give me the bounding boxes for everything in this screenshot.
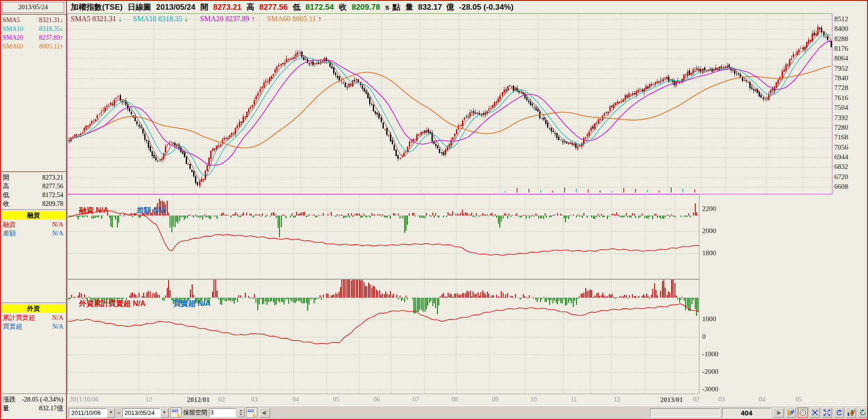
x-axis-label: 2012/01 — [187, 396, 210, 404]
y-axis-label: 8176 — [834, 45, 848, 53]
period-label: 日線圖 — [127, 3, 151, 12]
undo-button[interactable] — [834, 408, 844, 418]
x-axis-label: 11 — [571, 396, 577, 403]
y-axis-label: 7952 — [834, 65, 848, 72]
sma20-label: SMA20 — [3, 33, 23, 42]
legend-sma20: SMA20 8237.89 ↑ — [200, 15, 255, 23]
flag: s — [385, 3, 389, 12]
margin-banner: 融資 — [2, 211, 65, 219]
y-axis-label: 1000 — [702, 315, 716, 323]
volume-value: 832.17 — [418, 3, 442, 12]
up-arrow-icon: ↑ — [60, 43, 63, 50]
y-axis-label: 1800 — [702, 249, 716, 257]
chevron-down-icon[interactable]: ▼ — [107, 408, 115, 418]
volume-row: 量832.17億 — [1, 404, 66, 413]
y-axis-label: 7504 — [834, 104, 848, 112]
x-axis-label: 03 — [251, 396, 258, 403]
compress-arrows-icon — [811, 409, 819, 416]
header-date: 2013/05/24 — [156, 3, 195, 12]
low-row: 低8172.54 — [1, 191, 66, 199]
close-value: 8209.78 — [352, 3, 380, 12]
foreign-canvas[interactable] — [68, 280, 699, 394]
foreign-net-row: 買賣超 N/A — [1, 322, 66, 331]
x-axis-label: 2013/01 — [660, 396, 683, 404]
chart-w-icon — [787, 409, 795, 416]
low-label: 低 — [293, 3, 301, 12]
zoom-out-button[interactable] — [822, 408, 832, 418]
y-axis-label: -3000 — [702, 385, 718, 393]
y-axis-label: 8400 — [834, 25, 848, 33]
x-axis-label: 05 — [795, 396, 802, 403]
x-axis-label: 12 — [613, 396, 620, 403]
down-arrow-icon: ↓ — [184, 15, 188, 23]
clock-icon — [799, 409, 807, 416]
bar-chart-check-icon — [847, 409, 855, 416]
scroll-right-button[interactable]: > — [773, 408, 784, 418]
scroll-left-button[interactable]: < — [259, 408, 270, 418]
keep-space-input[interactable]: 3 — [209, 408, 236, 417]
sidebar-divider — [1, 302, 66, 303]
y-axis-label: 7840 — [834, 74, 848, 82]
legend-sma60: SMA60 8005.11 ↑ — [267, 15, 322, 23]
sma60-label: SMA60 — [3, 42, 23, 51]
margin-panel-header: 融資 N/A 差額 N/A — [79, 206, 166, 216]
x-axis-label: 04 — [759, 396, 765, 403]
open-row: 開8273.21 — [1, 173, 66, 182]
y-axis-label: 6944 — [834, 153, 848, 161]
zoom-in-button[interactable] — [810, 408, 820, 418]
bar-count-box: 404 — [722, 408, 771, 418]
volume-label: 量 — [405, 3, 413, 12]
scrollbar-track[interactable] — [650, 408, 720, 417]
foreign-cumulative-row: 累計買賣超 N/A — [1, 313, 66, 322]
open-value: 8273.21 — [213, 3, 241, 12]
go-button[interactable]: GO — [246, 408, 257, 418]
x-axis-label: 10 — [530, 396, 537, 403]
sma10-value: 8318.35↓ — [39, 24, 64, 33]
sidebar-divider — [1, 209, 66, 210]
indicator-settings-button[interactable] — [846, 408, 856, 418]
y-axis-label: 8288 — [834, 35, 848, 43]
hand-pointer-icon — [253, 413, 256, 417]
x-axis-label: 08 — [451, 396, 458, 403]
header-bar: 加權指數(TSE) 日線圖 2013/05/24 開 8273.21 高 827… — [67, 1, 868, 13]
y-axis-label: 0 — [702, 333, 706, 341]
main-chart-panel: SMA5 8321.31 ↓ SMA10 8318.35 ↓ SMA20 823… — [67, 13, 832, 194]
low-value: 8172.54 — [305, 3, 334, 12]
y-axis-label: 6608 — [834, 183, 848, 191]
x-axis-label: 02 — [693, 396, 699, 403]
up-arrow-icon: ↑ — [251, 15, 255, 23]
time-button[interactable] — [798, 408, 808, 418]
x-axis-label: 07 — [413, 396, 419, 403]
chart-style-button[interactable] — [786, 408, 796, 418]
y-axis-label: 6832 — [834, 163, 848, 171]
change-text: -28.05 (-0.34%) — [459, 3, 514, 12]
margin-diff-row: 差額 N/A — [1, 229, 66, 238]
app-window: 2013/05/24 SMA5 8321.31↓ SMA10 8318.35↓ … — [0, 0, 868, 420]
to-date-value[interactable]: 2013/05/24 — [122, 408, 160, 417]
foreign-chart-panel: 外資累計買賣超 N/A 買賣超 N/A — [67, 279, 699, 394]
point-label: 點 — [393, 3, 401, 12]
up-arrow-icon: ↑ — [318, 15, 322, 23]
to-date-combo[interactable]: 2013/05/24 ▼ — [122, 408, 169, 417]
bottom-toolbar: 2011/10/06 ▼ ~ 2013/05/24 ▼ GO 保留空間 3 ▲ … — [67, 406, 868, 419]
high-label: 高 — [247, 3, 255, 12]
keep-space-label: 保留空間 — [183, 408, 207, 417]
stepper-down-icon[interactable]: ▼ — [238, 413, 244, 417]
from-date-combo[interactable]: 2011/10/06 ▼ — [69, 408, 115, 417]
chevron-down-icon[interactable]: ▼ — [160, 408, 169, 418]
sma5-row: SMA5 8321.31↓ — [1, 16, 66, 24]
sidebar-divider — [1, 14, 66, 15]
index-title: 加權指數(TSE) — [71, 3, 122, 12]
refresh-button[interactable] — [858, 408, 868, 418]
from-date-value[interactable]: 2011/10/06 — [69, 408, 107, 417]
y-axis-label: 7616 — [834, 94, 848, 102]
main-canvas[interactable] — [68, 14, 832, 194]
y-axis-label: 8512 — [834, 15, 848, 23]
keep-space-stepper[interactable]: ▲ ▼ — [238, 408, 244, 417]
foreign-banner: 外資 — [2, 304, 65, 312]
change-row: 漲跌-28.05 (-0.34%) — [1, 395, 66, 404]
stepper-up-icon[interactable]: ▲ — [238, 408, 244, 413]
y-axis-label: 7728 — [834, 84, 848, 92]
undo-arrow-icon — [835, 409, 843, 416]
go-button[interactable]: GO — [170, 408, 182, 418]
